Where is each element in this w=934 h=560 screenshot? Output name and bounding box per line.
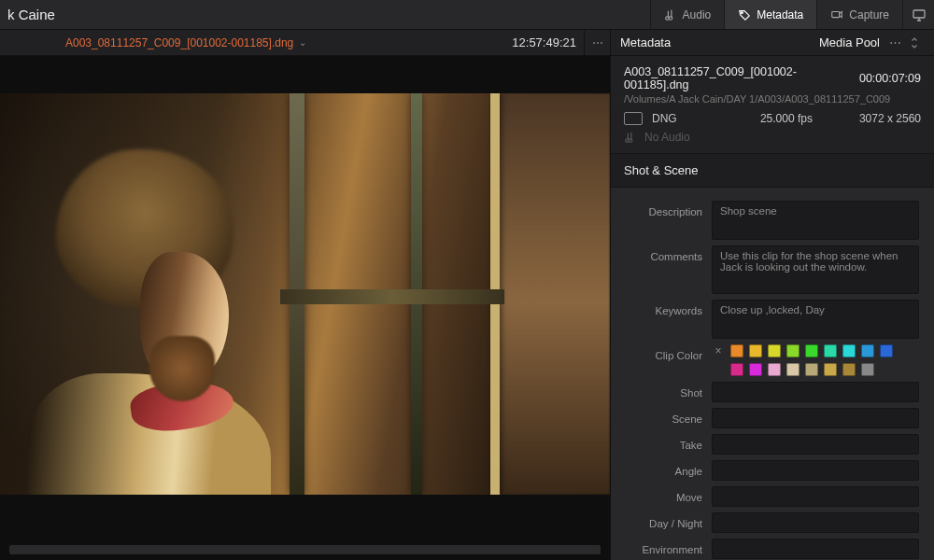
codec-label: DNG [652,112,677,125]
clip-info-block: A003_08111257_C009_[001002-001185].dng 0… [611,56,934,154]
color-swatch[interactable] [805,344,818,357]
svg-point-2 [742,11,743,13]
metadata-panel-title: Metadata [620,35,671,49]
label-clip-color: Clip Color [620,344,712,361]
capture-icon [830,8,843,21]
color-swatch[interactable] [842,363,856,376]
input-comments[interactable]: Use this clip for the shop scene when Ja… [712,245,919,294]
clip-name-dropdown[interactable]: A003_08111257_C009_[001002-001185].dng ⌄ [0,36,306,49]
color-swatch[interactable] [880,344,893,357]
color-swatch[interactable] [824,344,837,357]
color-swatch[interactable] [730,363,743,376]
top-tabs: Audio Metadata Capture [650,0,934,29]
input-shot[interactable] [712,382,919,402]
tag-icon [738,8,751,21]
file-path: /Volumes/A Jack Cain/DAY 1/A003/A003_081… [624,93,921,105]
color-swatch[interactable] [768,344,781,357]
label-scene: Scene [620,408,712,425]
viewer-scrubber[interactable] [9,545,601,554]
input-day-night[interactable] [712,512,919,533]
color-swatch[interactable] [786,344,800,357]
viewer-options-button[interactable]: ⋯ [584,30,610,55]
tab-capture-label: Capture [849,8,889,21]
color-swatch[interactable] [824,363,837,376]
clear-color-button[interactable]: × [712,344,725,357]
metadata-panel: A003_08111257_C009_[001002-001185].dng 0… [610,56,934,560]
color-swatch[interactable] [861,363,874,376]
metadata-panel-header: Metadata Media Pool ⋯ [610,30,934,55]
label-move: Move [620,486,712,503]
audio-status: No Audio [644,131,690,144]
color-swatch[interactable] [749,363,762,376]
chevron-down-icon: ⌄ [299,37,306,48]
svg-point-1 [669,16,672,20]
monitor-icon [912,7,927,22]
color-swatch[interactable] [805,363,818,376]
label-description: Description [620,201,712,217]
tab-metadata-label: Metadata [757,8,803,21]
svg-rect-3 [832,11,840,17]
tab-capture[interactable]: Capture [816,0,902,29]
dots-icon: ⋯ [592,36,603,49]
file-duration: 00:00:07:09 [859,72,921,85]
audio-icon [664,8,677,21]
color-swatch[interactable] [730,344,743,357]
input-environment[interactable] [712,539,919,559]
project-title: k Caine [0,7,598,22]
color-swatch[interactable] [768,363,781,376]
metadata-options-button[interactable]: ⋯ [887,35,902,49]
fps-label: 25.000 fps [760,112,813,125]
color-swatch[interactable] [842,344,856,357]
input-scene[interactable] [712,408,919,428]
input-take[interactable] [712,434,919,455]
main-area: A003_08111257_C009_[001002-001185].dng 0… [0,56,934,560]
label-angle: Angle [620,460,712,477]
clip-name-text: A003_08111257_C009_[001002-001185].dng [65,36,293,49]
label-take: Take [620,434,712,451]
tab-audio-label: Audio [683,8,712,21]
input-description[interactable]: Shop scene [712,201,919,240]
viewer [0,56,610,560]
codec-icon [624,112,643,125]
resolution-label: 3072 x 2560 [859,112,921,125]
expand-icon[interactable] [910,36,925,49]
media-pool-dropdown[interactable]: Media Pool [819,35,880,49]
input-keywords[interactable]: Close up ,locked, Day [712,300,919,339]
clip-color-picker: × [712,344,919,376]
label-comments: Comments [620,245,712,262]
label-environment: Environment [620,539,712,555]
color-swatch[interactable] [861,344,874,357]
file-name: A003_08111257_C009_[001002-001185].dng [624,65,859,91]
viewer-timecode: 12:57:49:21 [512,35,584,49]
audio-icon [624,131,637,144]
section-shot-scene[interactable]: Shot & Scene [611,154,934,188]
tab-metadata[interactable]: Metadata [724,0,816,29]
top-bar: k Caine Audio Metadata Ca [0,0,934,30]
color-swatch[interactable] [749,344,762,357]
label-shot: Shot [620,382,712,399]
svg-rect-4 [913,10,925,18]
tab-audio[interactable]: Audio [650,0,725,29]
viewer-canvas[interactable] [0,93,610,495]
label-day-night: Day / Night [620,512,712,529]
clip-header-bar: A003_08111257_C009_[001002-001185].dng ⌄… [0,30,934,56]
input-move[interactable] [712,486,919,507]
color-swatch[interactable] [786,363,800,376]
label-keywords: Keywords [620,300,712,316]
metadata-form: Description Shop scene Comments Use this… [611,188,934,560]
monitor-button[interactable] [902,0,934,29]
svg-point-6 [629,139,632,143]
input-angle[interactable] [712,460,919,481]
